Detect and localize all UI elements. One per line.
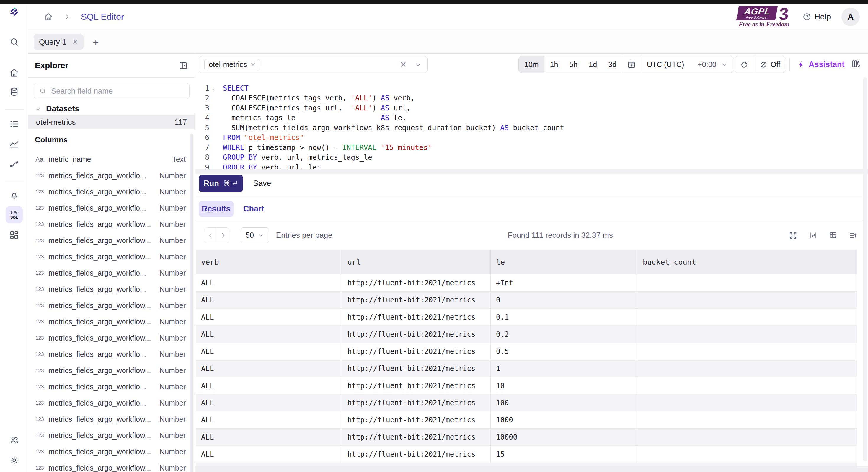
query-tab[interactable]: Query 1 ✕ [34, 34, 84, 50]
add-tab-button[interactable]: + [93, 36, 99, 48]
table-row[interactable]: ALLhttp://fluent-bit:2021/metrics10 [196, 377, 857, 394]
calendar-button[interactable] [622, 56, 641, 73]
help-button[interactable]: Help [802, 12, 831, 22]
code-line[interactable]: 3 COALESCE(metrics_tags_url, 'ALL') AS u… [195, 103, 868, 113]
chevron-down-icon[interactable] [414, 61, 422, 68]
save-button[interactable]: Save [253, 179, 271, 188]
column-header-le[interactable]: le [491, 250, 638, 274]
column-row[interactable]: 123 metrics_fields_argo_workflo... Numbe… [28, 346, 194, 362]
column-row[interactable]: 123 metrics_fields_argo_workflo... Numbe… [28, 200, 194, 216]
column-row[interactable]: 123 metrics_fields_argo_workflo... Numbe… [28, 168, 194, 184]
metrics-chart-icon[interactable] [9, 139, 20, 149]
search-input[interactable] [51, 87, 184, 96]
sort-icon[interactable] [848, 231, 858, 240]
time-range-3d[interactable]: 3d [602, 56, 622, 73]
column-row[interactable]: 123 metrics_fields_argo_workflow... Numb… [28, 362, 194, 379]
pipelines-icon[interactable] [9, 159, 20, 170]
home-icon[interactable] [9, 67, 20, 78]
main-vertical-scrollbar[interactable] [863, 78, 867, 461]
table-row[interactable]: ALLhttp://fluent-bit:2021/metrics+Inf [196, 274, 857, 292]
alerts-bell-icon[interactable] [9, 189, 20, 200]
code-line[interactable]: 8GROUP BY verb, url, metrics_tags_le [195, 153, 868, 163]
time-range-10m[interactable]: 10m [519, 56, 545, 73]
dataset-select[interactable]: otel-metrics ✕ ✕ [199, 56, 428, 73]
tab-chart[interactable]: Chart [241, 201, 267, 217]
collapse-panel-icon[interactable] [179, 61, 188, 70]
explorer-scrollbar[interactable] [190, 134, 193, 472]
auto-refresh-off-button[interactable]: Off [754, 56, 786, 73]
column-row[interactable]: 123 metrics_fields_argo_workflow... Numb… [28, 444, 194, 460]
column-row[interactable]: 123 metrics_fields_argo_workflow... Numb… [28, 314, 194, 330]
avatar[interactable]: A [841, 8, 860, 26]
close-tab-icon[interactable]: ✕ [72, 38, 78, 46]
column-row[interactable]: 123 metrics_fields_argo_workflow... Numb… [28, 249, 194, 265]
code-line[interactable]: 6FROM "otel-metrics" [195, 133, 868, 143]
dataset-chip[interactable]: otel-metrics ✕ [204, 59, 260, 70]
chip-remove-icon[interactable]: ✕ [250, 61, 256, 68]
column-row[interactable]: 123 metrics_fields_argo_workflo... Numbe… [28, 281, 194, 297]
timezone-select[interactable]: UTC (UTC) +0:00 [641, 56, 734, 73]
refresh-button[interactable] [735, 56, 754, 73]
table-row[interactable]: ALLhttp://fluent-bit:2021/metrics0.5 [196, 343, 857, 360]
code-line[interactable]: 7WHERE p_timestamp > now() - INTERVAL '1… [195, 143, 868, 153]
prev-page-button[interactable] [204, 228, 217, 243]
column-row[interactable]: 123 metrics_fields_argo_workflow... Numb… [28, 460, 194, 472]
column-header-bucket_count[interactable]: bucket_count [638, 250, 857, 274]
column-row[interactable]: 123 metrics_fields_argo_workflow... Numb… [28, 411, 194, 427]
fullscreen-icon[interactable] [788, 231, 798, 240]
search-icon[interactable] [9, 37, 20, 47]
table-row[interactable]: ALLhttp://fluent-bit:2021/metrics15 [196, 446, 857, 463]
dataset-item-otel-metrics[interactable]: otel-metrics 117 [28, 115, 194, 129]
code-line[interactable]: 4 metrics_tags_le AS le, [195, 113, 868, 123]
column-header-verb[interactable]: verb [196, 250, 342, 274]
code-line[interactable]: 5 SUM(metrics_fields_argo_workflows_k8s_… [195, 123, 868, 133]
dashboards-grid-icon[interactable] [9, 230, 20, 240]
code-line[interactable]: 1SELECT [195, 83, 868, 93]
column-row[interactable]: 123 metrics_fields_argo_workflow... Numb… [28, 232, 194, 249]
column-row[interactable]: 123 metrics_fields_argo_workflo... Numbe… [28, 379, 194, 395]
table-row[interactable]: ALLhttp://fluent-bit:2021/metrics1 [196, 360, 857, 377]
time-range-1d[interactable]: 1d [583, 56, 602, 73]
column-row[interactable]: 123 metrics_fields_argo_workflow... Numb… [28, 427, 194, 444]
datasets-section-header[interactable]: Datasets [28, 103, 194, 115]
time-range-1h[interactable]: 1h [545, 56, 564, 73]
field-search[interactable] [34, 83, 190, 99]
breadcrumb-home-icon[interactable] [44, 12, 53, 22]
column-row[interactable]: 123 metrics_fields_argo_workflo... Numbe… [28, 184, 194, 200]
settings-gear-icon[interactable] [9, 455, 20, 466]
table-columns-icon[interactable] [829, 231, 838, 240]
table-row[interactable]: ALLhttp://fluent-bit:2021/metrics0 [196, 292, 857, 309]
tab-results[interactable]: Results [199, 201, 234, 217]
table-row[interactable]: ALLhttp://fluent-bit:2021/metrics0.1 [196, 309, 857, 326]
table-row[interactable]: ALLhttp://fluent-bit:2021/metrics0.2 [196, 326, 857, 343]
column-row[interactable]: 123 metrics_fields_argo_workflo... Numbe… [28, 265, 194, 281]
run-button[interactable]: Run ⌘ ↵ [199, 175, 243, 192]
column-row[interactable]: 123 metrics_fields_argo_workflow... Numb… [28, 330, 194, 346]
streams-list-icon[interactable] [9, 119, 20, 129]
table-row[interactable]: ALLhttp://fluent-bit:2021/metrics10000 [196, 429, 857, 446]
app-logo[interactable] [9, 7, 20, 18]
column-row[interactable]: 123 metrics_fields_argo_workflow... Numb… [28, 297, 194, 314]
page-size-select[interactable]: 50 [241, 228, 269, 243]
next-page-button[interactable] [217, 228, 229, 243]
column-row[interactable]: 123 metrics_fields_argo_workflow... Numb… [28, 216, 194, 232]
table-row[interactable]: ALLhttp://fluent-bit:2021/metrics100 [196, 394, 857, 411]
users-icon[interactable] [9, 435, 20, 445]
sql-editor-nav-active[interactable]: SQL [6, 206, 23, 223]
column-row[interactable]: Aa metric_name Text [28, 151, 194, 168]
text-wrap-icon[interactable] [808, 231, 818, 240]
page-title[interactable]: SQL Editor [81, 12, 124, 22]
table-horizontal-scrollbar[interactable] [195, 466, 868, 472]
assistant-button[interactable]: Assistant [797, 56, 845, 73]
editor-horizontal-scrollbar[interactable] [195, 169, 868, 174]
column-header-url[interactable]: url [342, 250, 491, 274]
clear-select-icon[interactable]: ✕ [400, 60, 407, 69]
time-range-5h[interactable]: 5h [564, 56, 583, 73]
entries-per-page-label: Entries per page [276, 231, 333, 240]
sql-editor[interactable]: 1SELECT2 COALESCE(metrics_tags_verb, 'AL… [195, 75, 868, 177]
column-row[interactable]: 123 metrics_fields_argo_workflo... Numbe… [28, 395, 194, 411]
library-docs-icon[interactable] [851, 59, 861, 68]
table-row[interactable]: ALLhttp://fluent-bit:2021/metrics1000 [196, 411, 857, 429]
database-icon[interactable] [9, 87, 20, 97]
code-line[interactable]: 2 COALESCE(metrics_tags_verb, 'ALL') AS … [195, 93, 868, 104]
